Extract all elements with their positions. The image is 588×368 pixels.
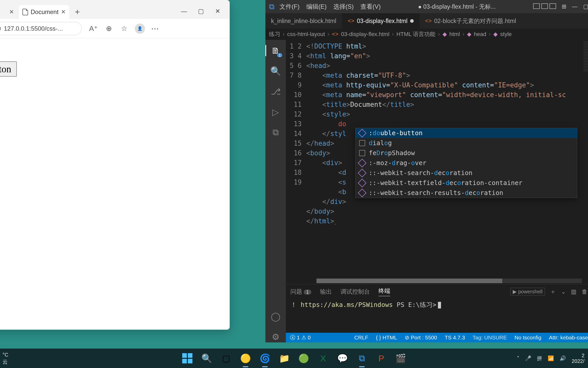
more-menu-icon[interactable]: ⋯ — [151, 24, 159, 33]
extensions-icon[interactable]: ⧉ — [270, 127, 281, 138]
clock[interactable]: 2 2022/ — [572, 353, 584, 364]
suggest-item[interactable]: feDropShadow — [356, 148, 577, 158]
file-explorer-icon[interactable]: 📁 — [277, 351, 292, 366]
trash-icon[interactable]: 🗑 — [582, 288, 587, 295]
clock-time: 2 — [572, 353, 584, 358]
task-view-icon[interactable]: ▢ — [219, 351, 234, 366]
page-icon — [22, 9, 28, 15]
site-info-icon[interactable]: i — [0, 25, 1, 32]
status-eol[interactable]: CRLF — [354, 335, 368, 341]
run-debug-icon[interactable]: ▷ — [270, 106, 281, 118]
maximize-icon[interactable]: ▢ — [197, 8, 205, 15]
wifi-icon[interactable]: 📶 — [548, 355, 554, 361]
tab-title: Document — [31, 8, 58, 16]
settings-gear-icon[interactable]: ⚙ — [270, 331, 281, 342]
favorite-icon[interactable]: ☆ — [119, 24, 129, 33]
demo-button[interactable]: button — [0, 61, 17, 77]
weather-widget[interactable]: °C 云 — [0, 352, 8, 365]
close-icon[interactable]: ✕ — [214, 8, 222, 15]
code-editor[interactable]: 1 2 3 4 5 6 7 8 9 10 11 12 13 14 15 16 1… — [286, 40, 588, 284]
panel-tab-debug[interactable]: 调试控制台 — [340, 288, 370, 296]
suggest-item[interactable]: dialog — [356, 138, 577, 148]
media-app-icon[interactable]: 🎬 — [393, 351, 408, 366]
line-gutter: 1 2 3 4 5 6 7 8 9 10 11 12 13 14 15 16 1… — [286, 40, 306, 284]
status-errors[interactable]: ⓧ 1 ⚠ 0 — [290, 334, 311, 341]
ime-icon[interactable]: 拼 — [537, 355, 542, 362]
browser-tab-error[interactable]: Error ✕ — [0, 5, 17, 19]
zoom-icon[interactable]: ⊕ — [104, 24, 113, 33]
close-icon[interactable]: ✕ — [9, 9, 14, 15]
horizontal-scrollbar[interactable] — [316, 279, 582, 283]
status-ts[interactable]: TS 4.7.3 — [445, 335, 465, 341]
suggest-item[interactable]: ::-webkit-search-results-decoration — [356, 188, 577, 198]
terminal-shell-select[interactable]: ▶ powershell — [510, 288, 545, 295]
chrome-icon[interactable]: 🟡 — [238, 351, 253, 366]
status-tsconfig[interactable]: No tsconfig — [514, 335, 541, 341]
bc-item[interactable]: style — [500, 31, 512, 38]
window-title: ● 03-display-flex.html - 无标... — [418, 3, 496, 11]
minimize-icon[interactable]: — — [572, 3, 578, 10]
url-input[interactable]: i 127.0.0.1:5500/css-... — [0, 22, 82, 35]
status-attr[interactable]: Attr: kebab-case — [549, 335, 588, 341]
status-tag[interactable]: Tag: UNSURE — [473, 335, 507, 341]
layout-icons[interactable] — [533, 3, 556, 10]
profile-avatar[interactable]: 👤 — [135, 24, 145, 34]
close-icon[interactable]: ✕ — [61, 9, 66, 15]
vscode-taskbar-icon[interactable]: ⧉ — [354, 351, 369, 366]
explorer-icon[interactable]: 🗎1 — [270, 45, 281, 56]
maximize-icon[interactable]: ▢ — [583, 3, 588, 10]
breadcrumb[interactable]: 练习› css-html-layout› <> 03-display-flex.… — [265, 29, 588, 40]
new-terminal-icon[interactable]: ＋ — [550, 288, 556, 296]
address-bar: → i 127.0.0.1:5500/css-... A⁺ ⊕ ☆ 👤 ⋯ — [0, 19, 230, 38]
panel-tab-problems[interactable]: 问题1 — [290, 288, 311, 296]
editor-tab-active[interactable]: <> 03-display-flex.html 1 — [342, 13, 420, 29]
status-port[interactable]: ⊘ Port : 5500 — [405, 335, 437, 341]
problems-count: 1 — [304, 290, 311, 295]
terminal-split-dropdown-icon[interactable]: ⌄ — [561, 288, 566, 295]
wechat-icon[interactable]: 💬 — [335, 351, 350, 366]
bc-item[interactable]: css-html-layout — [287, 31, 325, 38]
minimap[interactable] — [583, 41, 588, 72]
edge-icon[interactable]: 🌀 — [258, 351, 272, 366]
browser-tab-document[interactable]: Document ✕ — [19, 5, 69, 19]
menu-file[interactable]: 文件(F) — [279, 3, 300, 11]
volume-icon[interactable]: 🔊 — [560, 355, 566, 361]
suggest-item[interactable]: ::-webkit-textfield-decoration-container — [356, 178, 577, 188]
editor-tab[interactable]: k_inline_inline-block.html — [265, 13, 342, 29]
bc-item[interactable]: 练习 — [269, 30, 280, 38]
menu-selection[interactable]: 选择(S) — [333, 3, 354, 11]
search-icon[interactable]: 🔍 — [270, 65, 281, 77]
panel-tabs: 问题1 输出 调试控制台 终端 ▶ powershell ＋ ⌄ ▥ 🗑 — [286, 284, 588, 299]
panel-tab-output[interactable]: 输出 — [320, 288, 332, 296]
suggest-item[interactable]: ::-webkit-search-decoration — [356, 168, 577, 178]
taskbar-search-icon[interactable]: 🔍 — [199, 351, 214, 366]
source-control-icon[interactable]: ⎇ — [270, 86, 281, 97]
new-tab-button[interactable]: ＋ — [72, 7, 82, 17]
suggest-item[interactable]: :-moz-drag-over — [356, 158, 577, 168]
clock-date: 2022/ — [572, 358, 584, 364]
editor-tab[interactable]: <> 02-block子元素的对齐问题.html — [420, 13, 522, 29]
menu-edit[interactable]: 编辑(E) — [306, 3, 327, 11]
account-icon[interactable]: ◯ — [270, 311, 281, 322]
layout-customize-icon[interactable]: ⊞ — [562, 3, 566, 10]
bc-item[interactable]: head — [474, 31, 486, 38]
browser-alt-icon[interactable]: 🟢 — [296, 351, 311, 366]
bc-item[interactable]: 03-display-flex.html — [341, 31, 389, 38]
suggest-item[interactable]: :double-button — [356, 128, 577, 138]
split-terminal-icon[interactable]: ▥ — [571, 288, 577, 295]
terminal-output[interactable]: ！ https://aka.ms/PSWindows PS E:\练习> — [286, 299, 588, 311]
status-lang[interactable]: { } HTML — [376, 335, 397, 341]
menu-view[interactable]: 查看(V) — [360, 3, 381, 11]
mic-icon[interactable]: 🎤 — [525, 355, 531, 361]
tray-overflow-icon[interactable]: ˄ — [517, 355, 519, 361]
panel-tab-terminal[interactable]: 终端 — [378, 287, 390, 296]
bc-item[interactable]: HTML 语言功能 — [396, 30, 435, 38]
window-controls: — ▢ ✕ — [180, 8, 228, 19]
start-button[interactable] — [180, 351, 195, 366]
powerpoint-icon[interactable]: P — [374, 351, 389, 366]
minimize-icon[interactable]: — — [180, 8, 188, 15]
terminal-cursor — [438, 302, 441, 308]
excel-icon[interactable]: X — [316, 351, 330, 366]
read-aloud-icon[interactable]: A⁺ — [89, 24, 98, 33]
bc-item[interactable]: html — [449, 31, 460, 38]
